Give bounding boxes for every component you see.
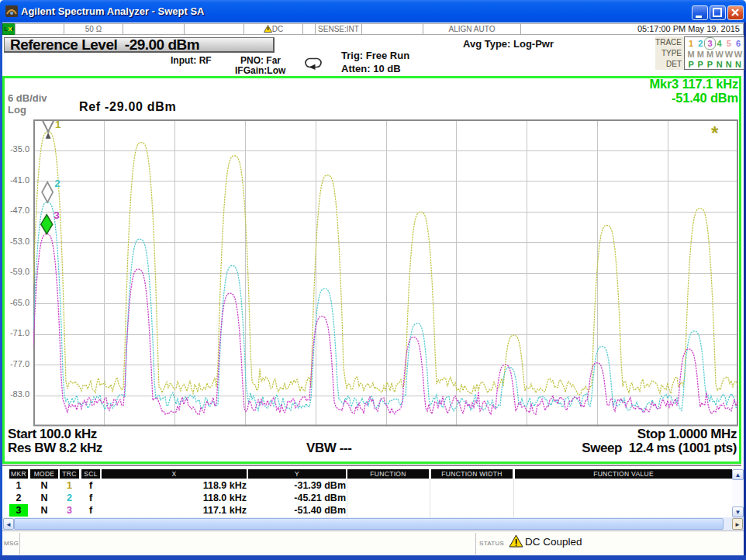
app-icon	[5, 5, 19, 18]
status-warning-icon	[509, 534, 523, 548]
y-tick--71.0: -71.0	[5, 328, 29, 337]
log-scale-label: Log	[8, 104, 26, 116]
svg-text:1: 1	[55, 119, 61, 130]
sense-indicator: SENSE:INT	[315, 23, 362, 35]
cell-x: 117.1 kHz	[102, 504, 247, 517]
legend-n-5: 5	[724, 38, 734, 49]
legend-n-2: 2	[696, 38, 705, 49]
status-label: STATUS	[479, 540, 504, 547]
th-trc: TRC	[60, 469, 79, 479]
sweep-label: Sweep 12.4 ms (1001 pts)	[582, 441, 737, 456]
y-tick--65.0: -65.0	[5, 298, 29, 307]
vbw-label: VBW ---	[306, 441, 352, 456]
trace-legend-values: 123456 MMMWWW PPPNNN	[684, 36, 744, 70]
th-y: Y	[248, 469, 346, 479]
marker-row-2[interactable]: 2N2f118.0 kHz-45.21 dBm	[2, 492, 731, 504]
legend-det-4: N	[715, 59, 724, 70]
title-bar: Agilent Spectrum Analyzer - Swept SA	[0, 0, 746, 22]
input-label: Input: RF	[171, 55, 212, 66]
cell-mode: N	[30, 479, 58, 492]
marker-3: 3	[40, 209, 59, 233]
atten-label: Atten: 10 dB	[341, 63, 401, 74]
th-mkr: MKR	[9, 469, 28, 479]
cell-y: -31.39 dBm	[248, 479, 346, 492]
divider	[19, 533, 20, 555]
close-button[interactable]	[727, 5, 744, 20]
minimize-button[interactable]	[692, 5, 708, 20]
trace-2	[33, 202, 737, 411]
th-function-value: FUNCTION VALUE	[515, 469, 732, 479]
toolbar-cell-empty2	[123, 23, 185, 35]
y-tick--53.0: -53.0	[5, 237, 29, 246]
align-indicator: ALIGN AUTO	[423, 23, 521, 35]
rbw-label: Res BW 8.2 kHz	[8, 441, 102, 456]
trace-legend-labels: TRACE TYPE DET	[655, 36, 684, 70]
sweep-continuous-icon	[303, 57, 323, 70]
cell-y: -45.21 dBm	[248, 492, 346, 504]
toolbar-cell-empty1	[15, 23, 64, 35]
scale-per-div-label: 6 dB/div	[8, 92, 47, 104]
msg-label: MSG	[4, 540, 19, 547]
marker-readout-freq: Mkr3 117.1 kHz	[649, 78, 738, 92]
cell-mode: N	[30, 492, 58, 504]
pno-label: PNO: Far	[240, 55, 281, 66]
maximize-button[interactable]	[710, 5, 726, 20]
toolbar-cell-empty3	[184, 23, 244, 35]
cell-scl: f	[81, 492, 100, 504]
cell-trc: 1	[60, 479, 79, 492]
ref-level-annotation: Ref -29.00 dBm	[79, 100, 176, 114]
legend-n-1: 1	[686, 38, 696, 49]
trace-1	[33, 131, 737, 395]
y-tick--35.0: -35.0	[5, 144, 29, 154]
toolbar-cell-empty5	[361, 23, 423, 35]
marker-1: 1	[42, 119, 61, 139]
det-label: DET	[655, 58, 682, 69]
cell-x: 118.9 kHz	[102, 479, 247, 492]
spectrum-plot: 123	[33, 119, 738, 427]
start-freq-label: Start 100.0 kHz	[8, 427, 97, 442]
y-tick--41.0: -41.0	[5, 175, 29, 185]
marker-readout-ampl: -51.40 dBm	[649, 92, 738, 105]
hscroll-thumb[interactable]	[14, 518, 724, 530]
th-function-width: FUNCTION WIDTH	[431, 469, 513, 479]
trace-3	[33, 233, 737, 414]
marker-row-3[interactable]: 3N3f117.1 kHz-51.40 dBm	[2, 504, 731, 517]
trace-types-row: MMMWWW	[685, 48, 744, 59]
cell-mkr: 3	[9, 504, 28, 517]
th-mode: MODE	[30, 469, 58, 479]
y-tick--59.0: -59.0	[5, 267, 29, 276]
cell-y: -51.40 dBm	[248, 504, 346, 517]
legend-det-3: P	[705, 59, 714, 70]
legend-n-4: 4	[715, 38, 724, 49]
scroll-left-button[interactable]: ◄	[3, 518, 14, 530]
legend-n-3: 3	[705, 38, 714, 49]
horizontal-scrollbar[interactable]: ◄ ►	[2, 517, 744, 531]
cell-mode: N	[30, 504, 58, 517]
trace-dets-row: PPPNNN	[685, 58, 744, 69]
scroll-down-button[interactable]: ▼	[732, 506, 744, 517]
trace-label: TRACE	[655, 36, 682, 47]
marker-table-vscrollbar[interactable]: ▲ ▼	[732, 469, 744, 517]
warning-icon	[264, 25, 272, 33]
legend-det-6: N	[734, 59, 743, 70]
ifgain-label: IFGain:Low	[235, 65, 285, 76]
y-tick--47.0: -47.0	[5, 206, 29, 215]
marker-row-1[interactable]: 1N1f118.9 kHz-31.39 dBm	[2, 479, 731, 492]
cell-trc: 3	[60, 504, 79, 517]
reference-level-box: Reference Level -29.00 dBm	[4, 37, 275, 53]
cell-x: 118.0 kHz	[102, 492, 247, 504]
marker-table: MKRMODETRCSCLXYFUNCTIONFUNCTION WIDTHFUN…	[2, 468, 744, 517]
avg-type-label: Avg Type: Log-Pwr	[463, 38, 554, 50]
status-bar: MSG STATUS DC Coupled	[2, 531, 744, 555]
status-value: DC Coupled	[525, 536, 582, 548]
cell-trc: 2	[60, 492, 79, 504]
cell-mkr: 2	[9, 492, 28, 504]
scroll-right-button[interactable]: ►	[732, 518, 743, 530]
meas-header: Reference Level -29.00 dBm Input: RF PNO…	[2, 36, 744, 76]
scroll-up-button[interactable]: ▲	[732, 469, 744, 480]
cell-scl: f	[81, 504, 100, 517]
legend-n-6: 6	[734, 38, 743, 49]
th-x: X	[102, 469, 247, 479]
top-status-strip: LXI 50 Ω DC SENSE:INT ALIGN AUTO 05:17:0…	[2, 22, 744, 36]
y-tick--83.0: -83.0	[5, 389, 29, 399]
